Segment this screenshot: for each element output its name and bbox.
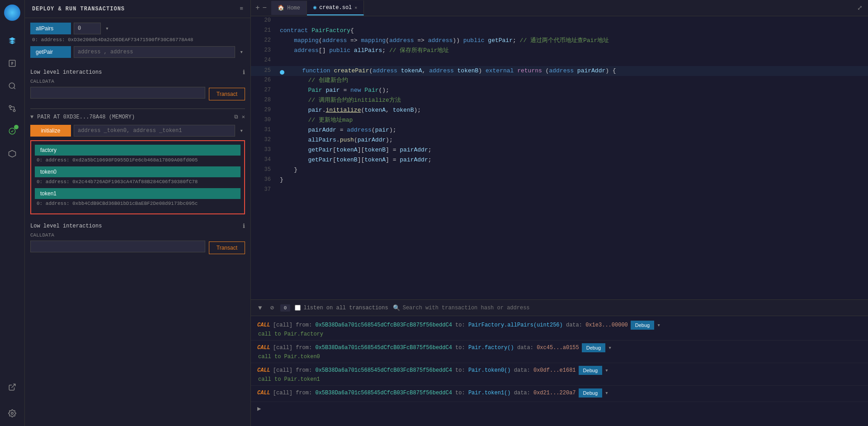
tx-count-badge: 0: [280, 304, 291, 312]
expand-editor-icon[interactable]: ⤢: [852, 4, 868, 12]
deploy-icon[interactable]: [5, 33, 19, 48]
svg-point-1: [9, 83, 14, 88]
transact-button[interactable]: Transact: [209, 88, 245, 100]
pair-header: ▼ PAIR AT 0XD3E...78A48 (MEMORY) ⧉ ✕: [30, 114, 245, 120]
tx-info-4: [call] from: 0x5B38Da6a701c568545dCfcB03…: [273, 390, 576, 396]
code-line-36: 36 }: [251, 175, 868, 185]
settings-icon[interactable]: [5, 406, 19, 421]
calldata-input[interactable]: [30, 87, 205, 99]
breakpoint-25[interactable]: [280, 70, 284, 75]
code-line-37: 37: [251, 185, 868, 195]
code-line-27: 27 Pair pair = new Pair();: [251, 86, 868, 96]
getpair-input[interactable]: [74, 46, 235, 58]
debug-button-1[interactable]: Debug: [631, 321, 654, 330]
transact-button-2[interactable]: Transact: [209, 241, 245, 254]
token1-button[interactable]: token1: [35, 188, 241, 199]
debug-button-3[interactable]: Debug: [579, 366, 602, 375]
code-line-33: 33 getPair[tokenA][tokenB] = pairAddr;: [251, 146, 868, 156]
zoom-out-icon[interactable]: −: [263, 4, 267, 12]
initialize-button[interactable]: initialize: [30, 125, 71, 137]
tx-line1-1: CALL [call] from: 0x5B38Da6a701c568545dC…: [257, 321, 862, 330]
low-level-title: Low level interactions: [30, 69, 102, 76]
tx-line1-2: CALL [call] from: 0x5B38Da6a701c568545dC…: [257, 343, 862, 352]
transactions-list: CALL [call] from: 0x5B38Da6a701c568545dC…: [251, 316, 868, 426]
low-level-pair-title: Low level interactions: [30, 223, 102, 229]
token1-address: 0: address: 0xbb4CdB9CBd36B01bD1cBaEBF2D…: [35, 201, 241, 206]
tx-chevron-2[interactable]: ▾: [608, 344, 612, 351]
getpair-button[interactable]: getPair: [30, 46, 71, 58]
tx-item-1: CALL [call] from: 0x5B38Da6a701c568545dC…: [251, 318, 868, 341]
tx-right-3: Debug ▾: [579, 366, 609, 375]
debug-button-2[interactable]: Debug: [582, 343, 605, 352]
initialize-input[interactable]: [74, 125, 235, 137]
bottom-toolbar: ▼ ⊘ 0 listen on all transactions 🔍: [251, 300, 868, 316]
tab-create-sol[interactable]: ◉ create.sol ✕: [307, 0, 364, 15]
getpair-row: getPair ▾: [30, 46, 245, 58]
debug-button-4[interactable]: Debug: [579, 388, 602, 398]
tx-item-3: CALL [call] from: 0x5B38Da6a701c568545dC…: [251, 363, 868, 386]
pair-section: ▼ PAIR AT 0XD3E...78A48 (MEMORY) ⧉ ✕ ini…: [30, 109, 245, 259]
code-line-31: 31 pairAddr = address(pair);: [251, 126, 868, 136]
collapse-bottom-icon[interactable]: ▼: [256, 303, 264, 312]
info-icon[interactable]: ℹ: [243, 69, 245, 76]
search-bar-icon: 🔍: [393, 304, 400, 312]
allpairs-row: allPairs ▾: [30, 23, 245, 34]
code-line-28: 28 // 调用新合约的initialize方法: [251, 96, 868, 106]
call-badge-3: CALL: [257, 367, 270, 374]
allpairs-chevron[interactable]: ▾: [104, 23, 111, 34]
panel-menu-icon[interactable]: ≡: [240, 5, 243, 12]
close-tab-icon[interactable]: ✕: [354, 5, 357, 10]
editor-tabs: + − 🏠 Home ◉ create.sol ✕ ⤢: [251, 0, 868, 16]
token0-button[interactable]: token0: [35, 166, 241, 177]
close-pair-icon[interactable]: ✕: [242, 114, 245, 120]
sol-tab-label: create.sol: [319, 5, 352, 11]
tx-chevron-1[interactable]: ▾: [657, 322, 660, 329]
listen-checkbox[interactable]: [295, 305, 301, 311]
tab-home[interactable]: 🏠 Home: [271, 1, 307, 15]
debug-icon[interactable]: [5, 147, 19, 161]
listen-checkbox-label: listen on all transactions: [295, 305, 388, 311]
code-line-35: 35 }: [251, 166, 868, 175]
bottom-panel: ▼ ⊘ 0 listen on all transactions 🔍 CALL …: [251, 299, 868, 426]
listen-label: listen on all transactions: [303, 305, 388, 311]
code-line-21: 21 contract PairFactory{: [251, 26, 868, 36]
collapse-icon[interactable]: ▼: [30, 114, 33, 120]
svg-line-5: [12, 384, 15, 388]
tx-sub-3: call to Pair.token1: [257, 376, 862, 383]
clear-icon[interactable]: ⊘: [268, 303, 275, 312]
tx-right-4: Debug ▾: [579, 388, 609, 398]
code-line-23: 23 address[] public allPairs; // 保存所有Pai…: [251, 46, 868, 56]
factory-button[interactable]: factory: [35, 145, 241, 156]
files-icon[interactable]: [5, 56, 19, 71]
git-icon[interactable]: [5, 101, 19, 116]
search-icon[interactable]: [5, 79, 19, 93]
copy-icon[interactable]: ⧉: [234, 114, 238, 120]
search-input[interactable]: [403, 305, 863, 311]
zoom-in-icon[interactable]: +: [255, 4, 260, 12]
call-badge-2: CALL: [257, 345, 270, 351]
tx-chevron-4[interactable]: ▾: [605, 389, 609, 397]
icon-bar: [0, 0, 25, 426]
tx-info-3: [call] from: 0x5B38Da6a701c568545dCfcB03…: [273, 367, 576, 374]
tx-item-2: CALL [call] from: 0x5B38Da6a701c568545dC…: [251, 341, 868, 363]
sol-tab-icon: ◉: [313, 4, 316, 11]
code-line-26: 26 // 创建新合约: [251, 76, 868, 86]
token0-address: 0: address: 0x2c44b726ADF1963cA47Af88B28…: [35, 179, 241, 185]
calldata-input-2[interactable]: [30, 241, 205, 252]
getpair-chevron[interactable]: ▾: [238, 47, 245, 57]
tx-right-1: Debug ▾: [631, 321, 660, 330]
code-line-20: 20: [251, 16, 868, 26]
home-tab-icon: 🏠: [278, 5, 284, 11]
initialize-chevron[interactable]: ▾: [238, 125, 245, 136]
allpairs-button[interactable]: allPairs: [30, 23, 71, 34]
pair-header-label: PAIR AT 0XD3E...78A48 (MEMORY): [37, 114, 135, 120]
code-editor[interactable]: 20 21 contract PairFactory{ 22 mapping(a…: [251, 16, 868, 299]
svg-point-6: [11, 412, 14, 415]
allpairs-input[interactable]: [74, 23, 101, 34]
tx-info-2: [call] from: 0x5B38Da6a701c568545dCfcB03…: [273, 345, 579, 351]
expand-tx-icon[interactable]: ▶: [251, 402, 868, 415]
info-icon-2[interactable]: ℹ: [243, 222, 245, 230]
plugin-icon[interactable]: [5, 380, 19, 394]
tx-chevron-3[interactable]: ▾: [605, 367, 609, 374]
verified-icon[interactable]: [5, 124, 19, 138]
